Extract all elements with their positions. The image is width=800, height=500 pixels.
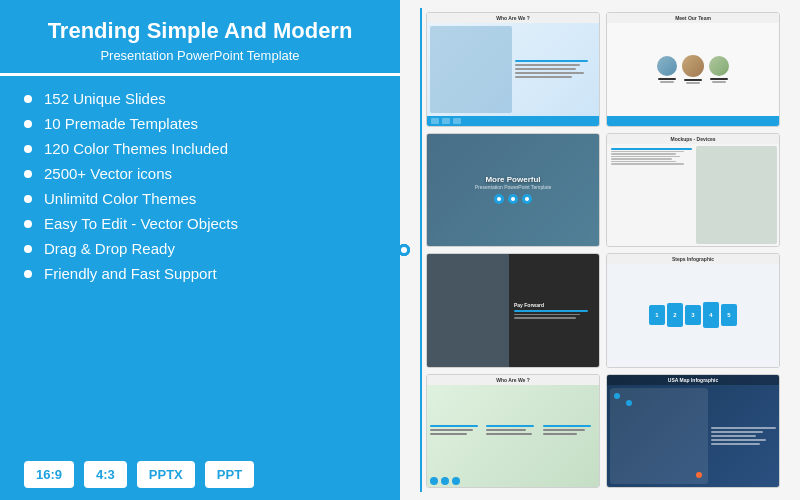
feature-bullet bbox=[24, 195, 32, 203]
slide-more-powerful-sub: Presentation PowerPoint Template bbox=[475, 184, 552, 190]
main-title: Trending Simple And Modern bbox=[24, 18, 376, 44]
slide-steps-infographic[interactable]: Steps Infographic 1 2 3 4 bbox=[606, 253, 780, 368]
slide-pay-forward[interactable]: Pay Forward bbox=[426, 253, 600, 368]
slide-more-powerful-title: More Powerful bbox=[475, 175, 552, 184]
title-section: Trending Simple And Modern Presentation … bbox=[0, 0, 400, 76]
format-badge[interactable]: PPTX bbox=[137, 461, 195, 488]
feature-bullet bbox=[24, 170, 32, 178]
right-panel: Who Are We ? bbox=[400, 0, 800, 500]
feature-bullet bbox=[24, 145, 32, 153]
feature-item: 120 Color Themes Included bbox=[24, 140, 376, 157]
slide-label-8: USA Map Infographic bbox=[607, 375, 779, 385]
feature-bullet bbox=[24, 245, 32, 253]
slide-label-1: Who Are We ? bbox=[427, 13, 599, 23]
feature-text: Drag & Drop Ready bbox=[44, 240, 175, 257]
format-badge[interactable]: 4:3 bbox=[84, 461, 127, 488]
feature-text: 10 Premade Templates bbox=[44, 115, 198, 132]
slide-more-powerful[interactable]: More Powerful Presentation PowerPoint Te… bbox=[426, 133, 600, 248]
slide-label-6: Steps Infographic bbox=[607, 254, 779, 264]
feature-text: Easy To Edit - Vector Objects bbox=[44, 215, 238, 232]
features-section: 152 Unique Slides10 Premade Templates120… bbox=[0, 76, 400, 451]
slide-who-are-we-2[interactable]: Who Are We ? bbox=[426, 374, 600, 489]
feature-text: Friendly and Fast Support bbox=[44, 265, 217, 282]
feature-item: Easy To Edit - Vector Objects bbox=[24, 215, 376, 232]
slide-pair-4: Who Are We ? bbox=[426, 374, 780, 489]
slide-pair-1: Who Are We ? bbox=[426, 12, 780, 127]
feature-item: 152 Unique Slides bbox=[24, 90, 376, 107]
slide-who-are-we[interactable]: Who Are We ? bbox=[426, 12, 600, 127]
badges-section: 16:94:3PPTXPPT bbox=[0, 451, 400, 500]
timeline-dot-4 bbox=[398, 244, 410, 256]
feature-bullet bbox=[24, 220, 32, 228]
feature-text: 2500+ Vector icons bbox=[44, 165, 172, 182]
feature-item: 2500+ Vector icons bbox=[24, 165, 376, 182]
feature-bullet bbox=[24, 270, 32, 278]
left-panel: Trending Simple And Modern Presentation … bbox=[0, 0, 400, 500]
slide-meet-team[interactable]: Meet Our Team bbox=[606, 12, 780, 127]
feature-item: Drag & Drop Ready bbox=[24, 240, 376, 257]
feature-text: Unlimitd Color Themes bbox=[44, 190, 196, 207]
feature-text: 152 Unique Slides bbox=[44, 90, 166, 107]
format-badge[interactable]: PPT bbox=[205, 461, 254, 488]
slide-label-2: Meet Our Team bbox=[607, 13, 779, 23]
feature-item: Unlimitd Color Themes bbox=[24, 190, 376, 207]
format-badge[interactable]: 16:9 bbox=[24, 461, 74, 488]
slide-pair-3: Pay Forward Steps Infographic 1 bbox=[426, 253, 780, 368]
feature-text: 120 Color Themes Included bbox=[44, 140, 228, 157]
slide-label-7: Who Are We ? bbox=[427, 375, 599, 385]
slide-mockups-devices[interactable]: Mockups - Devices bbox=[606, 133, 780, 248]
subtitle: Presentation PowerPoint Template bbox=[24, 48, 376, 63]
slide-pair-2: More Powerful Presentation PowerPoint Te… bbox=[426, 133, 780, 248]
feature-bullet bbox=[24, 120, 32, 128]
feature-bullet bbox=[24, 95, 32, 103]
slide-label-4: Mockups - Devices bbox=[607, 134, 779, 144]
slide-usa-map[interactable]: USA Map Infographic bbox=[606, 374, 780, 489]
feature-item: 10 Premade Templates bbox=[24, 115, 376, 132]
feature-item: Friendly and Fast Support bbox=[24, 265, 376, 282]
slides-container: Who Are We ? bbox=[412, 8, 788, 492]
